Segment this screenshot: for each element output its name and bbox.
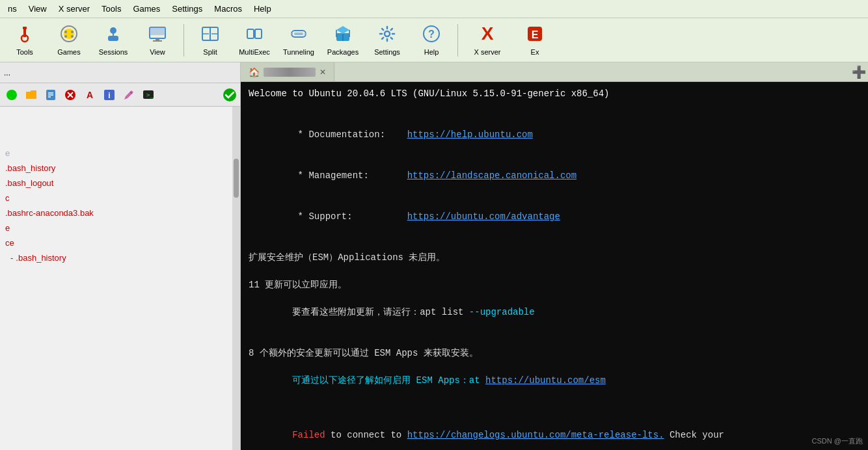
- term-security: 8 个额外的安全更新可以通过 ESM Apps 来获取安装。: [249, 347, 860, 360]
- multiexec-icon: [245, 24, 264, 47]
- sidebar-yellow-folder-btn[interactable]: [22, 86, 40, 104]
- svg-marker-25: [336, 26, 349, 34]
- term-doc: * Documentation: https://help.ubuntu.com: [249, 114, 860, 155]
- toolbar-multiexec-btn[interactable]: MultiExec: [235, 21, 274, 59]
- sidebar-terminal-btn[interactable]: >_: [139, 86, 157, 104]
- sidebar-red-x-btn[interactable]: [61, 86, 79, 104]
- sessions-label: Sessions: [99, 48, 128, 56]
- toolbar-ex-btn[interactable]: E Ex: [515, 21, 554, 59]
- list-item-bash-logout[interactable]: .bash_logout: [0, 176, 232, 191]
- sidebar-blue-i-btn[interactable]: i: [100, 86, 118, 104]
- list-item-cache[interactable]: e: [0, 220, 232, 235]
- watermark: CSDN @一直跑: [812, 436, 863, 446]
- toolbar-sessions-btn[interactable]: Sessions: [94, 21, 133, 59]
- xserver-label: X server: [474, 48, 501, 56]
- term-blank-2: [249, 237, 860, 251]
- term-support-link[interactable]: https://ubuntu.com/advantage: [407, 211, 560, 222]
- term-failed-link[interactable]: https://changelogs.ubuntu.com/meta-relea…: [407, 430, 664, 440]
- toolbar-view-btn[interactable]: View: [138, 21, 177, 59]
- list-item-bash-history[interactable]: .bash_history: [0, 161, 232, 176]
- sidebar-scrollbar[interactable]: [232, 107, 240, 450]
- sidebar-search-bar: [0, 62, 240, 83]
- term-esm-link[interactable]: https://ubuntu.com/esm: [485, 375, 606, 386]
- toolbar-games-btn[interactable]: Games: [49, 21, 88, 59]
- terminal-tab-1[interactable]: 🏠 ✕: [241, 62, 334, 81]
- games-label: Games: [57, 48, 80, 56]
- svg-rect-15: [153, 40, 162, 42]
- menu-ns[interactable]: ns: [3, 3, 22, 15]
- sidebar-red-a-btn[interactable]: A: [81, 86, 99, 104]
- terminal-tab-bar: 🏠 ✕ ➕: [241, 62, 868, 82]
- sidebar-scrollbar-thumb[interactable]: [234, 159, 239, 198]
- new-tab-btn[interactable]: ➕: [850, 63, 868, 81]
- tools-icon: [15, 24, 34, 47]
- svg-text:X: X: [481, 24, 494, 44]
- menu-help[interactable]: Help: [249, 3, 277, 15]
- term-blank-1: [249, 101, 860, 114]
- tools-label: Tools: [16, 48, 33, 56]
- split-icon: [200, 24, 220, 47]
- sidebar-search-input[interactable]: [4, 68, 236, 77]
- svg-text:i: i: [108, 91, 110, 100]
- toolbar-xserver-btn[interactable]: X X server: [465, 21, 510, 59]
- ex-icon: E: [525, 24, 545, 47]
- list-item-extra-history[interactable]: - .bash_history: [0, 250, 232, 265]
- tab-home-icon: 🏠: [249, 67, 260, 77]
- main-area: A i >_: [0, 62, 868, 450]
- list-item-bashrc[interactable]: c: [0, 191, 232, 205]
- sidebar: A i >_: [0, 62, 241, 450]
- toolbar-separator-1: [183, 24, 184, 57]
- svg-rect-11: [113, 33, 114, 36]
- list-item[interactable]: e: [0, 109, 232, 161]
- svg-point-8: [71, 35, 74, 38]
- sidebar-green-dot-btn[interactable]: [3, 86, 21, 104]
- menu-tools[interactable]: Tools: [96, 3, 126, 15]
- toolbar-help-btn[interactable]: ? Help: [412, 21, 451, 59]
- term-blank-3: [249, 265, 860, 278]
- toolbar-packages-btn[interactable]: Packages: [323, 21, 362, 59]
- svg-text:?: ?: [428, 29, 435, 40]
- toolbar-split-btn[interactable]: Split: [191, 21, 230, 59]
- menu-xserver[interactable]: X server: [53, 3, 95, 15]
- list-item-conda[interactable]: ce: [0, 235, 232, 250]
- view-label: View: [150, 48, 165, 56]
- term-mgmt-link[interactable]: https://landscape.canonical.com: [407, 170, 576, 181]
- term-updates2: 要查看这些附加更新，请运行：apt list --upgradable: [249, 292, 860, 333]
- menu-macros[interactable]: Macros: [209, 3, 247, 15]
- svg-rect-21: [255, 29, 262, 38]
- svg-point-29: [385, 31, 390, 36]
- split-label: Split: [203, 48, 217, 56]
- toolbar-tunneling-btn[interactable]: Tunneling: [279, 21, 318, 59]
- svg-point-6: [71, 31, 74, 33]
- menu-games[interactable]: Games: [128, 3, 165, 15]
- terminal-window[interactable]: Welcome to Ubuntu 20.04.6 LTS (GNU/Linux…: [241, 82, 868, 450]
- sidebar-blue-doc-btn[interactable]: [42, 86, 60, 104]
- term-esm: 扩展安全维护（ESM）Applications 未启用。: [249, 251, 860, 265]
- term-failed: Failed to connect to https://changelogs.…: [249, 415, 860, 450]
- term-support: * Support: https://ubuntu.com/advantage: [249, 196, 860, 237]
- toolbar-tools-btn[interactable]: Tools: [5, 21, 44, 59]
- games-icon: [59, 24, 79, 47]
- help-icon: ?: [422, 24, 441, 47]
- svg-text:>_: >_: [146, 92, 154, 98]
- svg-text:E: E: [532, 29, 539, 40]
- list-item-bashrc-anaconda3[interactable]: .bashrc-anaconda3.bak: [0, 205, 232, 220]
- menu-settings[interactable]: Settings: [167, 3, 208, 15]
- toolbar: Tools Games Sessions: [0, 18, 868, 62]
- term-blank-4: [249, 333, 860, 347]
- svg-point-9: [110, 27, 116, 34]
- svg-rect-13: [150, 27, 165, 35]
- term-mgmt: * Management: https://landscape.canonica…: [249, 155, 860, 196]
- svg-text:A: A: [87, 90, 93, 100]
- settings-label: Settings: [374, 48, 400, 56]
- menu-view[interactable]: View: [23, 3, 52, 15]
- term-doc-link[interactable]: https://help.ubuntu.com: [407, 129, 533, 140]
- toolbar-settings-btn[interactable]: Settings: [368, 21, 407, 59]
- svg-rect-10: [108, 36, 118, 41]
- tab-close-btn[interactable]: ✕: [319, 68, 326, 77]
- menu-bar: ns View X server Tools Games Settings Ma…: [0, 0, 868, 18]
- xserver-icon: X: [476, 24, 498, 47]
- sidebar-pencil-btn[interactable]: [120, 86, 138, 104]
- term-blank-5: [249, 401, 860, 415]
- terminal-area: 🏠 ✕ ➕ Welcome to Ubuntu 20.04.6 LTS (GNU…: [241, 62, 868, 450]
